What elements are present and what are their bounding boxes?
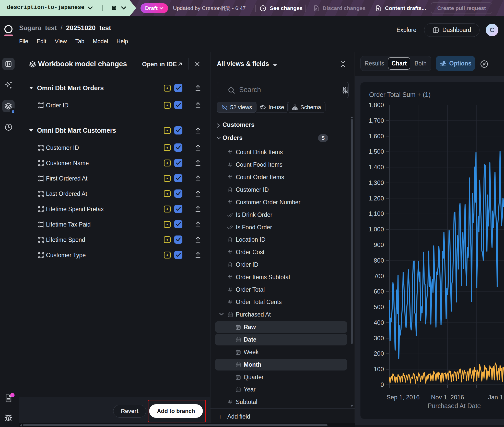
svg-text:Purchased At Date: Purchased At Date: [428, 402, 481, 409]
svg-text:Sep 1, 2016: Sep 1, 2016: [386, 394, 419, 401]
svg-text:Jan 1, 20: Jan 1, 20: [488, 394, 504, 401]
svg-text:700: 700: [374, 273, 384, 279]
svg-text:500: 500: [374, 304, 384, 310]
svg-text:400: 400: [374, 319, 384, 326]
svg-text:1,000: 1,000: [369, 226, 384, 233]
svg-text:0: 0: [381, 381, 384, 388]
svg-text:1,700: 1,700: [369, 117, 384, 124]
svg-text:100: 100: [374, 366, 384, 373]
svg-text:600: 600: [374, 288, 384, 295]
svg-text:Nov 1, 2016: Nov 1, 2016: [431, 394, 464, 401]
svg-text:200: 200: [374, 350, 384, 357]
svg-text:300: 300: [374, 335, 384, 342]
svg-text:1,200: 1,200: [369, 195, 384, 202]
svg-text:1,300: 1,300: [369, 179, 384, 186]
svg-text:1,600: 1,600: [369, 133, 384, 140]
svg-text:1,100: 1,100: [369, 210, 384, 217]
svg-text:900: 900: [374, 241, 384, 248]
svg-text:1,800: 1,800: [369, 102, 384, 108]
svg-text:1,400: 1,400: [369, 164, 384, 171]
svg-text:800: 800: [374, 257, 384, 264]
svg-text:1,500: 1,500: [369, 148, 384, 155]
